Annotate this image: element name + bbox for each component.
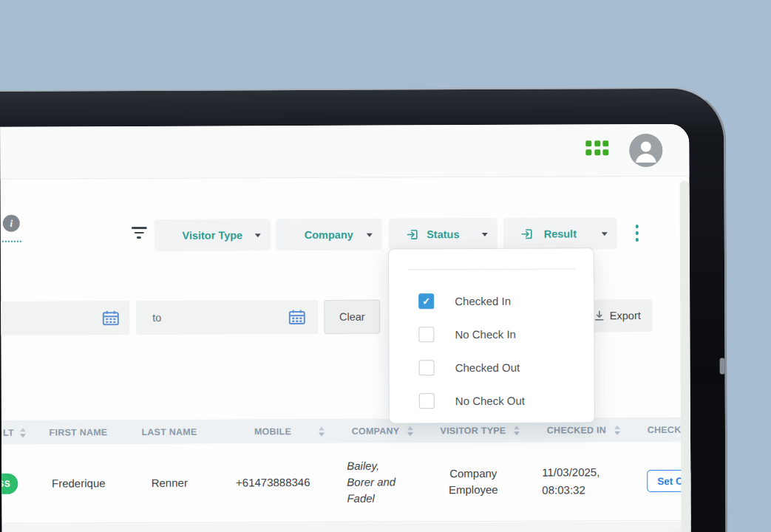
checkbox-unchecked-icon[interactable] — [419, 393, 435, 409]
option-label: No Check Out — [455, 395, 525, 407]
company-cell: Bailey, Borer and Fadel — [331, 443, 420, 522]
column-header-last-name[interactable]: LAST NAME — [124, 420, 214, 445]
apps-grid-icon[interactable] — [585, 140, 608, 155]
sort-icon[interactable] — [20, 428, 27, 437]
status-filter-panel: Checked In No Check In Checked Out No Ch… — [388, 248, 595, 423]
clear-button-label: Clear — [339, 311, 365, 323]
checked-in-cell: 11/03/2025, 08:03:32 — [526, 442, 627, 521]
calendar-icon — [288, 310, 305, 325]
download-icon — [594, 310, 604, 321]
checkbox-unchecked-icon[interactable] — [419, 360, 435, 375]
chevron-down-icon — [482, 232, 488, 236]
option-checked-out[interactable]: Checked Out — [419, 360, 525, 376]
option-label: No Check In — [455, 328, 516, 341]
result-filter-dropdown[interactable]: Result — [503, 217, 617, 250]
first-name-cell: Frederique — [33, 444, 124, 523]
option-label: Checked Out — [455, 361, 520, 374]
sign-in-icon — [407, 228, 419, 240]
monitor-power-button — [720, 358, 725, 375]
company-filter-dropdown[interactable]: Company — [276, 219, 382, 251]
option-label: Checked In — [455, 295, 511, 307]
column-header-first-name[interactable]: FIRST NAME — [33, 420, 124, 445]
app-screen: i Visitor Type Company Status — [0, 124, 690, 532]
photo-background: i Visitor Type Company Status — [0, 0, 771, 532]
info-icon[interactable]: i — [3, 215, 20, 232]
filter-icon[interactable] — [131, 227, 147, 239]
date-to-input[interactable]: to — [136, 300, 318, 335]
panel-divider — [408, 268, 575, 270]
checkbox-checked-icon[interactable] — [418, 293, 434, 309]
result-cell: SS — [1, 445, 33, 523]
sort-icon[interactable] — [319, 426, 325, 436]
date-from-input[interactable] — [0, 301, 129, 335]
checked-in-value: 11/03/2025, 08:03:32 — [542, 463, 611, 499]
column-header-result[interactable]: LT — [1, 420, 33, 445]
option-checked-in[interactable]: Checked In — [418, 293, 524, 310]
table-row[interactable]: SS Frederique Renner +61473888346 Bailey… — [1, 442, 691, 524]
visitor-type-cell: Company Employee — [420, 443, 526, 522]
chevron-down-icon — [367, 233, 373, 236]
option-no-check-out[interactable]: No Check Out — [419, 393, 525, 409]
monitor-device: i Visitor Type Company Status — [0, 0, 771, 532]
column-label: VISITOR TYPE — [440, 425, 506, 435]
visitor-type-value: Company Employee — [441, 466, 505, 498]
calendar-icon — [102, 310, 119, 326]
column-label: CHECKED IN — [547, 425, 606, 435]
clear-button[interactable]: Clear — [324, 300, 380, 334]
tooltip-dotted-underline — [0, 240, 21, 242]
status-filter-label: Status — [427, 228, 459, 240]
status-badge: SS — [0, 474, 18, 494]
status-filter-dropdown[interactable]: Status — [389, 218, 497, 250]
user-avatar-icon — [629, 134, 662, 167]
visitor-type-filter-label: Visitor Type — [182, 229, 242, 241]
visitor-type-filter-dropdown[interactable]: Visitor Type — [154, 219, 271, 251]
column-label: LAST NAME — [141, 426, 197, 437]
sort-icon[interactable] — [407, 426, 414, 435]
sign-in-icon — [521, 228, 534, 240]
sort-icon[interactable] — [614, 425, 621, 434]
column-label: COMPANY — [352, 426, 400, 436]
user-avatar[interactable] — [629, 134, 662, 167]
date-to-label: to — [152, 312, 161, 324]
export-button-label: Export — [610, 310, 641, 321]
chevron-down-icon — [602, 232, 608, 236]
column-header-mobile[interactable]: MOBILE — [214, 419, 331, 444]
vertical-scrollbar[interactable] — [680, 181, 691, 532]
sort-icon[interactable] — [514, 426, 520, 435]
more-menu-icon[interactable] — [633, 223, 642, 243]
column-label: FIRST NAME — [49, 427, 107, 437]
result-filter-label: Result — [544, 228, 577, 239]
column-label: MOBILE — [254, 426, 291, 437]
column-label: LT — [3, 427, 14, 437]
last-name-cell: Renner — [124, 444, 214, 523]
company-name: Bailey, Borer and Fadel — [347, 457, 404, 506]
company-filter-label: Company — [305, 228, 353, 240]
mobile-cell: +61473888346 — [214, 443, 331, 522]
option-no-check-in[interactable]: No Check In — [418, 327, 524, 343]
chevron-down-icon — [255, 233, 261, 237]
checkbox-unchecked-icon[interactable] — [418, 327, 434, 342]
status-option-list: Checked In No Check In Checked Out No Ch… — [418, 293, 525, 427]
top-nav-bar — [0, 124, 689, 180]
